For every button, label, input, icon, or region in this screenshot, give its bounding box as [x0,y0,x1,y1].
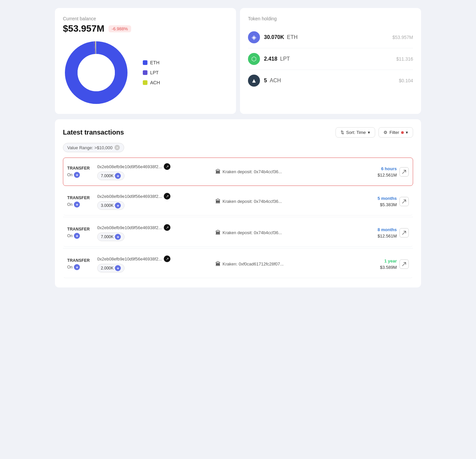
token-row-eth: ◈ 30.070K ETH $53.957M [248,27,413,48]
tx-eth-badge: ◈ [115,234,121,240]
ach-value: $0.104 [399,78,413,83]
tx-row: TRANSFER On ◈ 0x2eb08efb9e10d9f56e46938f… [63,250,413,278]
tx-amount: 2.000K [101,266,114,270]
row-divider [63,217,413,217]
eth-info: 30.070K ETH [264,34,392,40]
filter-active-dot [401,131,404,134]
kraken-icon: 🏛 [215,169,221,175]
legend-dot-ach [143,80,147,85]
tx-header: Latest transactions ⇅ Sort: Time ▾ ⚙ Fil… [63,127,413,138]
legend-dot-eth [143,60,147,65]
tx-on-label: On [67,173,73,177]
external-link-icon [402,231,406,235]
tx-amount-tag: 7.000K ◈ [97,232,124,241]
tx-hash: 0x2eb08efb9e10d9f56e46938f2... [97,164,162,169]
tx-col-time: 8 months $12.561M [357,227,397,238]
transactions-section: Latest transactions ⇅ Sort: Time ▾ ⚙ Fil… [55,119,421,287]
tx-time: 1 year [357,258,397,263]
legend-dot-lpt [143,70,147,75]
tx-row: TRANSFER On ◈ 0x2eb08efb9e10d9f56e46938f… [63,187,413,216]
eth-badge: ◈ [74,202,80,208]
tx-ext-link-button[interactable] [399,197,409,206]
eth-badge: ◈ [74,264,80,270]
tx-col-hash: 0x2eb08efb9e10d9f56e46938f2... ↗ 3.000K … [97,193,215,210]
tx-ext-link-button[interactable] [399,228,409,237]
tx-hash-row: 0x2eb08efb9e10d9f56e46938f2... ↗ [97,163,215,170]
token-card: Token holding ◈ 30.070K ETH $53.957M ⬡ 2… [240,8,421,114]
filter-button[interactable]: ⚙ Filter ▾ [378,127,413,138]
filter-chevron: ▾ [406,130,408,135]
eth-badge: ◈ [74,233,80,239]
tx-col-hash: 0x2eb08efb9e10d9f56e46938f2... ↗ 2.000K … [97,255,215,272]
ach-icon: ▲ [248,75,260,87]
tx-hash-row: 0x2eb08efb9e10d9f56e46938f2... ↗ [97,224,215,231]
legend-ach: ACH [143,80,160,85]
tx-col-dest: 🏛 Kraken deposit: 0x74b4ccf36... [215,199,357,205]
legend-eth: ETH [143,60,160,65]
value-range-label: Value Range: >$10,000 [67,145,113,150]
tx-dest-row: 🏛 Kraken deposit: 0x74b4ccf36... [215,199,357,205]
donut-area: ETH LPT ACH [63,39,228,106]
tx-col-hash: 0x2eb08efb9e10d9f56e46938f2... ↗ 7.000K … [97,224,215,241]
tx-dest-row: 🏛 Kraken: 0xf0cad61712fc28f07... [215,261,357,267]
tx-time: 5 months [357,196,397,201]
kraken-icon: 🏛 [215,230,221,236]
tx-ext-link-button[interactable] [399,259,409,269]
tx-type: TRANSFER [67,166,97,171]
token-row-ach: ▲ 5 ACH $0.104 [248,70,413,91]
tx-ext-link-button[interactable] [399,167,409,177]
tx-hash: 0x2eb08efb9e10d9f56e46938f2... [97,256,162,261]
tx-time: 6 hours [357,166,397,171]
tx-col-type: TRANSFER On ◈ [67,258,97,270]
balance-label: Current balance [63,16,228,21]
tx-controls: ⇅ Sort: Time ▾ ⚙ Filter ▾ [336,127,413,138]
tx-arrow-icon: ↗ [164,224,170,231]
lpt-amount: 2.418 LPT [264,56,396,62]
sort-button[interactable]: ⇅ Sort: Time ▾ [336,127,375,138]
value-range-tag[interactable]: Value Range: >$10,000 ✕ [63,143,124,152]
tx-eth-badge: ◈ [115,265,121,271]
tx-amount-tag: 2.000K ◈ [97,264,124,272]
external-link-icon [402,262,406,266]
external-link-icon [402,200,406,204]
ach-info: 5 ACH [264,78,399,84]
tx-usd: $12.561M [357,173,397,178]
tx-dest: Kraken deposit: 0x74b4ccf36... [223,169,282,174]
sort-label: Sort: Time [346,130,366,135]
tx-type: TRANSFER [67,227,97,231]
eth-icon: ◈ [248,31,260,43]
tx-col-dest: 🏛 Kraken: 0xf0cad61712fc28f07... [215,261,357,267]
tx-on: On ◈ [67,264,97,270]
tx-list: TRANSFER On ◈ 0x2eb08efb9e10d9f56e46938f… [63,158,413,278]
tx-arrow-icon: ↗ [164,193,170,200]
tag-close-button[interactable]: ✕ [115,145,120,150]
tx-hash-row: 0x2eb08efb9e10d9f56e46938f2... ↗ [97,255,215,262]
tx-on: On ◈ [67,202,97,208]
svg-point-3 [78,54,115,91]
row-divider [63,248,413,248]
donut-chart [63,39,129,106]
tx-time: 8 months [357,227,397,232]
tx-usd: $5.383M [357,202,397,207]
kraken-icon: 🏛 [215,199,221,205]
balance-card: Current balance $53.957M -6.988% ETH [55,8,236,114]
tx-hash: 0x2eb08efb9e10d9f56e46938f2... [97,194,162,199]
eth-value: $53.957M [392,35,413,40]
token-holding-title: Token holding [248,16,413,21]
eth-badge: ◈ [74,172,80,178]
sort-icon: ⇅ [341,130,344,135]
filter-label: Filter [389,130,399,135]
legend-lpt: LPT [143,70,160,75]
tx-dest: Kraken: 0xf0cad61712fc28f07... [223,261,284,266]
tx-col-dest: 🏛 Kraken deposit: 0x74b4ccf36... [215,230,357,236]
tx-col-type: TRANSFER On ◈ [67,227,97,239]
tx-dest-row: 🏛 Kraken deposit: 0x74b4ccf36... [215,230,357,236]
lpt-value: $11.316 [396,56,413,62]
tx-col-dest: 🏛 Kraken deposit: 0x74b4ccf36... [215,169,357,175]
tx-on-label: On [67,202,73,207]
legend: ETH LPT ACH [143,60,160,85]
tx-on-label: On [67,233,73,238]
balance-change: -6.988% [109,25,131,32]
legend-label-lpt: LPT [150,70,159,75]
tx-col-time: 5 months $5.383M [357,196,397,207]
